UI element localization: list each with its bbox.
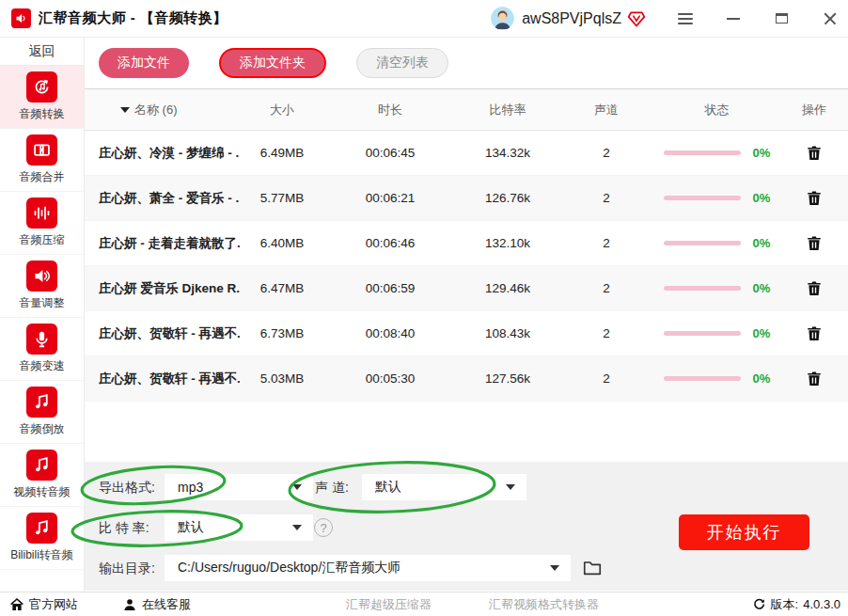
audio-compress-icon bbox=[26, 197, 57, 229]
column-channels: 声道 bbox=[559, 102, 653, 118]
channel-select[interactable]: 默认 bbox=[362, 474, 526, 500]
version-info[interactable]: 版本: 4.0.3.0 bbox=[752, 592, 840, 616]
add-folder-button[interactable]: 添加文件夹 bbox=[219, 48, 326, 78]
sidebar-item-audio-speed[interactable]: 音频变速 bbox=[0, 318, 84, 381]
file-bitrate: 129.46k bbox=[456, 281, 559, 295]
clear-list-button[interactable]: 清空列表 bbox=[356, 48, 448, 78]
app-logo-speaker-icon bbox=[11, 8, 31, 28]
bilibili-to-audio-icon bbox=[26, 513, 57, 544]
video-to-audio-icon bbox=[26, 450, 57, 481]
delete-button[interactable] bbox=[805, 370, 824, 388]
volume-adjust-icon bbox=[26, 261, 57, 292]
compressor-promo-link[interactable]: 汇帮超级压缩器 bbox=[346, 592, 432, 616]
sidebar-item-bilibili-to-audio[interactable]: Bilibili转音频 bbox=[0, 507, 84, 570]
file-bitrate: 126.76k bbox=[456, 191, 559, 205]
close-icon[interactable] bbox=[824, 12, 837, 25]
audio-convert-icon bbox=[26, 71, 57, 103]
audio-speed-icon bbox=[26, 324, 57, 355]
minimize-icon[interactable] bbox=[727, 18, 740, 20]
sidebar-item-label: 音频合并 bbox=[20, 169, 65, 185]
file-bitrate: 108.43k bbox=[456, 326, 559, 340]
sidebar-item-audio-merge[interactable]: 音频合并 bbox=[0, 129, 84, 192]
sidebar-back-button[interactable]: 返回 bbox=[0, 38, 84, 66]
file-name: 庄心妍、萧全 - 爱音乐 - ... bbox=[85, 190, 240, 207]
file-duration: 00:06:21 bbox=[324, 191, 456, 205]
file-name: 庄心妍、贺敬轩 - 再遇不... bbox=[85, 325, 240, 342]
sidebar-item-audio-reverse[interactable]: 音频倒放 bbox=[0, 381, 84, 444]
video-converter-promo-link[interactable]: 汇帮视频格式转换器 bbox=[489, 592, 599, 616]
file-channels: 2 bbox=[559, 146, 653, 160]
column-name[interactable]: 名称 (6) bbox=[85, 102, 240, 118]
column-action: 操作 bbox=[780, 102, 848, 118]
vip-badge-icon[interactable] bbox=[627, 9, 646, 28]
bitrate-value: 默认 bbox=[165, 519, 204, 536]
file-channels: 2 bbox=[559, 236, 653, 250]
username-label[interactable]: awS8PVjPqlsZ bbox=[522, 10, 621, 27]
chevron-down-icon bbox=[292, 484, 302, 490]
settings-panel: 导出格式: mp3 声 道: 默认 比 特 率: 默认 ? 输出目录: bbox=[85, 462, 848, 591]
chevron-down-icon bbox=[506, 484, 515, 490]
sidebar-item-audio-convert[interactable]: 音频转换 bbox=[0, 66, 84, 129]
audio-merge-icon bbox=[26, 134, 57, 166]
table-row[interactable]: 庄心妍、冷漠 - 梦缠绵 - ... 6.49MB 00:06:45 134.3… bbox=[85, 131, 848, 176]
table-header: 名称 (6) 大小 时长 比特率 声道 状态 操作 bbox=[85, 89, 848, 131]
sidebar-item-audio-compress[interactable]: 音频压缩 bbox=[0, 192, 84, 255]
browse-folder-icon[interactable] bbox=[579, 555, 605, 581]
bitrate-select[interactable]: 默认 bbox=[165, 514, 313, 541]
table-row[interactable]: 庄心妍、萧全 - 爱音乐 - ... 5.77MB 00:06:21 126.7… bbox=[85, 176, 848, 221]
delete-button[interactable] bbox=[805, 189, 824, 208]
sidebar-item-volume-adjust[interactable]: 音量调整 bbox=[0, 255, 84, 318]
help-icon[interactable]: ? bbox=[314, 518, 333, 537]
delete-button[interactable] bbox=[805, 324, 824, 343]
progress-percent: 0% bbox=[753, 281, 771, 295]
delete-button[interactable] bbox=[805, 234, 824, 253]
file-size: 5.03MB bbox=[240, 371, 324, 386]
sidebar-item-label: 音量调整 bbox=[20, 295, 65, 311]
user-avatar[interactable] bbox=[491, 7, 514, 30]
refresh-icon bbox=[752, 597, 766, 611]
file-size: 6.73MB bbox=[240, 326, 324, 340]
sort-caret-icon bbox=[120, 107, 130, 113]
progress-percent: 0% bbox=[753, 236, 771, 250]
progress-bar bbox=[664, 286, 741, 291]
column-size: 大小 bbox=[240, 102, 324, 118]
table-row[interactable]: 庄心妍 爱音乐 Djkene R... 6.47MB 00:06:59 129.… bbox=[85, 266, 848, 311]
start-button[interactable]: 开始执行 bbox=[679, 514, 809, 550]
table-row[interactable]: 庄心妍、贺敬轩 - 再遇不... 6.73MB 00:08:40 108.43k… bbox=[85, 311, 848, 356]
delete-button[interactable] bbox=[805, 279, 824, 298]
progress-percent: 0% bbox=[753, 146, 771, 160]
export-format-value: mp3 bbox=[165, 480, 203, 495]
table-row[interactable]: 庄心妍、贺敬轩 - 再遇不... 5.03MB 00:05:30 127.56k… bbox=[85, 356, 848, 402]
title-bar: 汇帮音频大师 - 【音频转换】 awS8PVjPqlsZ bbox=[0, 0, 848, 38]
sidebar: 返回 音频转换 音频合并 音频压缩 bbox=[0, 38, 85, 592]
chevron-down-icon bbox=[550, 565, 559, 571]
progress-bar bbox=[664, 241, 741, 245]
sidebar-item-label: 音频倒放 bbox=[20, 421, 65, 437]
person-icon bbox=[122, 597, 137, 612]
sidebar-item-label: 音频压缩 bbox=[20, 232, 65, 248]
sidebar-item-video-to-audio[interactable]: 视频转音频 bbox=[0, 444, 84, 507]
online-service-link[interactable]: 在线客服 bbox=[122, 592, 191, 616]
audio-reverse-icon bbox=[26, 387, 57, 418]
file-duration: 00:06:59 bbox=[324, 281, 456, 295]
delete-button[interactable] bbox=[805, 144, 824, 163]
output-dir-combo[interactable]: C:/Users/ruguo/Desktop/汇帮音频大师 bbox=[165, 555, 571, 581]
channel-value: 默认 bbox=[362, 479, 401, 496]
channel-label: 声 道: bbox=[315, 474, 349, 500]
sidebar-item-label: 视频转音频 bbox=[14, 484, 71, 500]
table-empty-space bbox=[85, 402, 848, 462]
file-channels: 2 bbox=[559, 371, 653, 386]
file-bitrate: 132.10k bbox=[456, 236, 559, 250]
export-format-select[interactable]: mp3 bbox=[165, 474, 313, 500]
file-channels: 2 bbox=[559, 326, 653, 340]
file-name: 庄心妍 爱音乐 Djkene R... bbox=[85, 280, 240, 297]
file-duration: 00:06:45 bbox=[324, 146, 456, 160]
official-website-link[interactable]: 官方网站 bbox=[9, 592, 78, 616]
app-window: 汇帮音频大师 - 【音频转换】 awS8PVjPqlsZ 返回 音频转换 bbox=[0, 0, 848, 616]
output-dir-value: C:/Users/ruguo/Desktop/汇帮音频大师 bbox=[165, 560, 400, 577]
menu-icon[interactable] bbox=[678, 13, 693, 24]
table-row[interactable]: 庄心妍 - 走着走着就散了... 6.40MB 00:06:46 132.10k… bbox=[85, 221, 848, 266]
add-file-button[interactable]: 添加文件 bbox=[99, 48, 189, 78]
maximize-icon[interactable] bbox=[776, 13, 788, 24]
progress-percent: 0% bbox=[753, 191, 771, 205]
